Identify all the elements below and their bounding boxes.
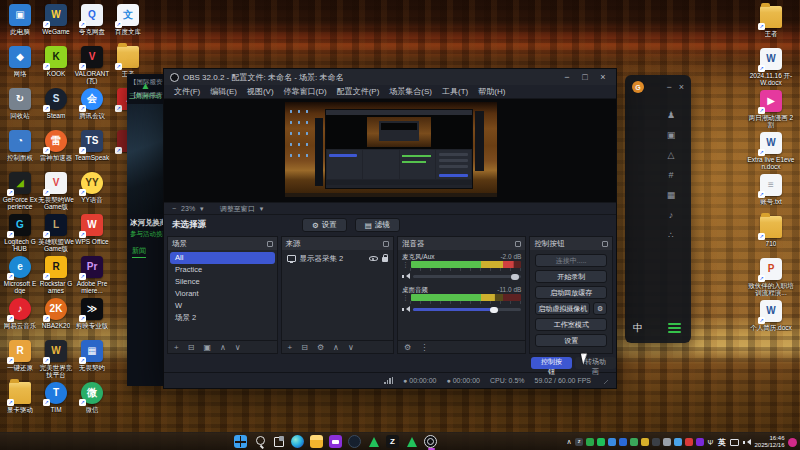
desktop-icon[interactable]: ♪ 网易云音乐 [2, 296, 38, 338]
mixer-toolbar-button[interactable]: ⚙ [404, 343, 411, 352]
desktop-icon[interactable]: K KOOK [38, 44, 74, 86]
tray-z-icon[interactable]: z [575, 438, 583, 446]
desktop-icon[interactable]: ◔ 控制面板 [2, 128, 38, 170]
visibility-eye-icon[interactable] [369, 256, 378, 261]
desktop-icon[interactable]: ▦ 无畏契约 [74, 338, 110, 380]
desktop-icon[interactable]: 2K NBA2K20 [38, 296, 74, 338]
sources-toolbar-button[interactable]: + [288, 343, 293, 352]
warning-triangle-icon[interactable]: △ [661, 145, 681, 165]
obs-title-bar[interactable]: OBS 32.0.2 - 配置文件: 未命名 - 场景: 未命名 − □ × [164, 69, 616, 85]
zoom-level[interactable]: 23% [181, 205, 195, 212]
scene-item[interactable]: 场景 2 [170, 312, 275, 324]
control-button[interactable]: 启动虚拟摄像机 [535, 302, 590, 315]
taskbar-clock[interactable]: 16:46 2025/12/16 [754, 435, 784, 449]
desktop-audio-volume-slider[interactable] [413, 308, 521, 311]
desktop-icon[interactable]: R Rockstar Games [38, 254, 74, 296]
desktop-icon[interactable]: W WPS Office [74, 212, 110, 254]
desktop-icon[interactable]: W 个人简历.docx [746, 298, 796, 340]
control-button[interactable]: 工作室模式 [535, 318, 607, 331]
tray-green-icon[interactable] [630, 438, 638, 446]
obs-icon[interactable] [424, 435, 437, 448]
desktop-icon[interactable]: W WeGame [38, 2, 74, 44]
control-button[interactable]: 启动回放缓存 [535, 286, 607, 299]
menu-item[interactable]: 视图(V) [243, 86, 278, 97]
popout-icon[interactable] [267, 241, 273, 247]
desktop-icon[interactable]: ≡ 账号.txt [746, 172, 796, 214]
tray-bird-icon[interactable] [674, 438, 682, 446]
tray-square-icon[interactable] [619, 438, 627, 446]
desktop-icon[interactable]: L 英雄联盟WeGame版 [38, 212, 74, 254]
fit-to-window-dropdown[interactable]: 调整至窗口 [220, 204, 255, 214]
props-button[interactable]: ⚙ 设置 [302, 218, 347, 232]
calendar-icon[interactable]: ▦ [661, 185, 681, 205]
tray-flag-icon[interactable] [696, 438, 704, 446]
props-button[interactable]: ▤ 滤镜 [355, 218, 400, 232]
control-button[interactable]: 设置 [535, 334, 607, 347]
desktop-icon[interactable]: 710 [746, 214, 796, 256]
windows-start-icon[interactable] [234, 435, 247, 448]
camera-icon[interactable]: ▣ [661, 125, 681, 145]
desktop-icon[interactable]: 雷 雷神加速器 [38, 128, 74, 170]
desktop-icon[interactable]: P 致伙伴的入职培训流程演... [746, 256, 796, 298]
panel-minimize-button[interactable]: − [666, 82, 671, 92]
booster2-icon[interactable] [405, 435, 418, 448]
scene-item[interactable]: W [170, 300, 275, 312]
desktop-icon[interactable]: ↻ 回收站 [2, 86, 38, 128]
search-icon[interactable] [253, 435, 266, 448]
virtualcam-settings-button[interactable]: ⚙ [593, 302, 607, 315]
control-button[interactable]: 连接中..... [535, 254, 607, 267]
microphone-icon[interactable]: Ψ [708, 439, 714, 446]
desktop-icon[interactable]: 会 腾讯会议 [74, 86, 110, 128]
popout-icon[interactable] [383, 241, 389, 247]
mixer-toolbar-button[interactable]: ⋮ [420, 343, 428, 352]
channel-grip-icon[interactable]: ⋮ [402, 261, 409, 268]
menu-hamburger-icon[interactable] [668, 323, 681, 333]
tray-shield-icon[interactable] [586, 438, 594, 446]
close-button[interactable]: × [596, 72, 610, 82]
control-button[interactable]: 开始录制 [535, 270, 607, 283]
tray-palette-icon[interactable] [641, 438, 649, 446]
booster-icon[interactable] [367, 435, 380, 448]
scenes-toolbar-button[interactable]: + [174, 343, 179, 352]
lock-icon[interactable] [382, 257, 388, 262]
file-explorer-icon[interactable] [310, 435, 323, 448]
desktop-icon[interactable]: 王者 [746, 4, 796, 46]
desktop-icon[interactable]: W 2024.11.16 开-W.docx [746, 46, 796, 88]
z-app-icon[interactable]: Z [386, 435, 399, 448]
scenes-toolbar-button[interactable]: ∨ [235, 343, 241, 352]
zoom-caret-icon[interactable]: ▾ [200, 205, 204, 213]
channel-grip-icon[interactable]: ⋮ [402, 294, 409, 301]
desktop-icon[interactable]: 显卡驱动 [2, 380, 38, 422]
sources-toolbar-button[interactable]: ∨ [348, 343, 354, 352]
menu-item[interactable]: 编辑(E) [206, 86, 241, 97]
source-item[interactable]: 显示器采集 2 [284, 252, 391, 265]
desktop-icon[interactable]: YY YY语音 [74, 170, 110, 212]
desktop-icon[interactable]: ◢ GeForce Experience [2, 170, 38, 212]
tray-gem-icon[interactable] [608, 438, 616, 446]
desktop-icon[interactable]: W Extra live E1even.docx [746, 130, 796, 172]
resize-grip[interactable] [601, 377, 608, 384]
desktop-icon[interactable]: W 完美世界竞技平台 [38, 338, 74, 380]
desktop-icon[interactable]: R 一键还原 [2, 338, 38, 380]
tray-dark-icon[interactable] [652, 438, 660, 446]
desktop-icon[interactable]: Q 夸克网盘 [74, 2, 110, 44]
sources-toolbar-button[interactable]: ∧ [333, 343, 339, 352]
menu-item[interactable]: 配置文件(P) [333, 86, 384, 97]
scenes-toolbar-button[interactable]: ∧ [220, 343, 226, 352]
dock-tab[interactable]: 控制按钮 [531, 357, 572, 369]
menu-item[interactable]: 场景集合(S) [385, 86, 436, 97]
desktop-icon[interactable]: T TIM [38, 380, 74, 422]
display-tray-icon[interactable] [730, 439, 739, 446]
fit-caret-icon[interactable]: ▾ [260, 205, 264, 213]
mic-volume-slider[interactable] [413, 275, 521, 278]
wps-icon[interactable] [329, 435, 342, 448]
tray-red-icon[interactable] [685, 438, 693, 446]
desktop-icon[interactable]: ▶ 两日潮动漫画 2割 [746, 88, 796, 130]
popout-icon[interactable] [602, 241, 608, 247]
douyin-icon[interactable]: ♪ [661, 205, 681, 225]
launcher-news-tab[interactable]: 新闻 [132, 246, 146, 258]
desktop-icon[interactable]: ◆ 网络 [2, 44, 38, 86]
game-launcher-window[interactable]: ▲ 三角洲行动 冰河兑换商城 参与活动换取 新闻 【国际服资讯】【国际服资讯】 [127, 74, 164, 386]
minimize-button[interactable]: − [560, 72, 574, 82]
voice-user-icon[interactable]: ♟ [661, 105, 681, 125]
